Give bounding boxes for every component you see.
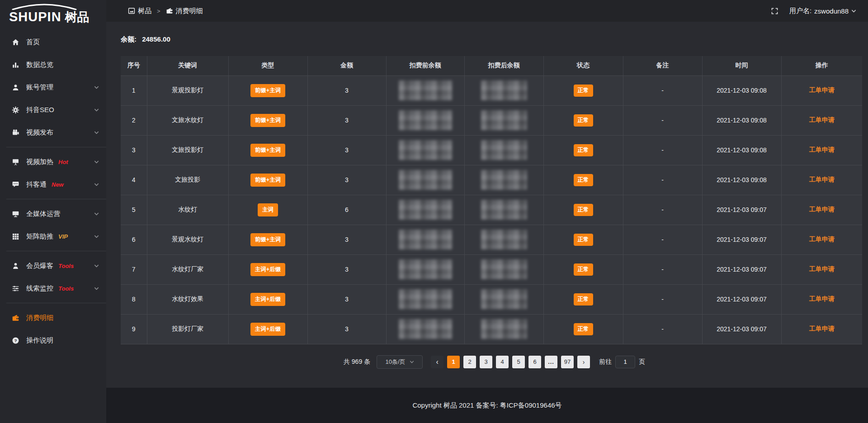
redacted-balance-before (399, 289, 452, 309)
menu-divider (6, 147, 106, 147)
status-badge: 正常 (574, 323, 593, 335)
sidebar-item-matrix-boost[interactable]: 矩阵助推VIP (0, 225, 106, 248)
cell-status: 正常 (543, 195, 623, 225)
chevron-down-icon (94, 108, 99, 113)
redacted-balance-after (481, 110, 527, 130)
work-order-link[interactable]: 工单申请 (809, 176, 835, 183)
work-order-link[interactable]: 工单申请 (809, 325, 835, 332)
sidebar-item-label: 数据总览 (26, 61, 53, 69)
type-badge: 主词+后缀 (250, 323, 285, 336)
sidebar-item-operation-guide[interactable]: ?操作说明 (0, 329, 106, 352)
page-button-4[interactable]: 4 (496, 356, 509, 368)
sidebar-menu: 首页数据总览账号管理抖音SEO视频发布视频加热Hot抖客通New全媒体运营矩阵助… (0, 31, 106, 352)
page-button-3[interactable]: 3 (480, 356, 492, 368)
cell-note: - (623, 225, 702, 254)
balance-label: 余额: (121, 35, 137, 43)
status-badge: 正常 (574, 293, 593, 306)
page-button-5[interactable]: 5 (512, 356, 525, 368)
work-order-link[interactable]: 工单申请 (809, 146, 835, 153)
breadcrumb-label: 树品 (138, 7, 151, 15)
username-value: zswodun88 (814, 7, 849, 15)
breadcrumb-item-app[interactable]: 树品 (128, 7, 151, 15)
chevron-down-icon (851, 9, 856, 14)
balance-value: 24856.00 (142, 35, 170, 43)
cell-balance-after (464, 105, 543, 135)
column-header: 类型 (228, 56, 307, 75)
cell-amount: 3 (307, 165, 386, 195)
more-pages-button[interactable]: ... (545, 356, 557, 368)
cell-balance-before (386, 75, 464, 105)
sliders-icon (12, 285, 20, 292)
goto-unit: 页 (639, 358, 645, 366)
work-order-link[interactable]: 工单申请 (809, 265, 835, 273)
work-order-link[interactable]: 工单申请 (809, 116, 835, 123)
cell-note: - (623, 135, 702, 165)
redacted-balance-after (481, 230, 527, 249)
sidebar-item-clue-monitor[interactable]: 线索监控Tools (0, 277, 106, 300)
cell-status: 正常 (543, 105, 623, 135)
breadcrumb-item-current[interactable]: 消费明细 (166, 7, 203, 15)
cell-status: 正常 (543, 284, 623, 314)
cell-action: 工单申请 (781, 284, 862, 314)
cell-index: 6 (121, 225, 147, 254)
cell-balance-before (386, 195, 464, 225)
sidebar-item-douyin-seo[interactable]: 抖音SEO (0, 99, 106, 121)
balance: 余额: 24856.00 (121, 35, 868, 44)
cell-keyword: 景观投影灯 (147, 75, 228, 105)
cell-index: 9 (121, 314, 147, 344)
cell-type: 前缀+主词 (228, 165, 307, 195)
cell-time: 2021-12-03 09:08 (702, 105, 781, 135)
cell-balance-after (464, 314, 543, 344)
work-order-link[interactable]: 工单申请 (809, 86, 835, 94)
wallet-icon (166, 7, 173, 14)
cell-time: 2021-12-03 09:07 (702, 254, 781, 284)
sidebar-item-video-heat[interactable]: 视频加热Hot (0, 150, 106, 173)
chevron-down-icon (94, 85, 99, 90)
redacted-balance-after (481, 289, 527, 309)
page-button-6[interactable]: 6 (528, 356, 541, 368)
prev-page-button[interactable]: ‹ (431, 356, 443, 368)
goto-page-input[interactable] (615, 356, 635, 368)
sidebar-item-consume-detail[interactable]: 消费明细 (0, 306, 106, 329)
sidebar-item-douketong[interactable]: 抖客通New (0, 173, 106, 196)
person-icon (12, 262, 20, 270)
total-count: 共 969 条 (344, 358, 370, 366)
column-header: 序号 (121, 56, 147, 75)
cell-type: 主词+后缀 (228, 314, 307, 344)
fullscreen-button[interactable] (771, 7, 778, 15)
menu-divider (6, 199, 106, 199)
sidebar-item-member-baoke[interactable]: 会员爆客Tools (0, 254, 106, 277)
redacted-balance-before (399, 200, 452, 220)
cell-action: 工单申请 (781, 314, 862, 344)
redacted-balance-after (481, 170, 527, 190)
page-button-97[interactable]: 97 (561, 356, 574, 368)
sidebar-item-label: 视频发布 (26, 128, 53, 137)
cell-type: 主词+后缀 (228, 254, 307, 284)
user-menu[interactable]: 用户名: zswodun88 (789, 7, 856, 15)
status-badge: 正常 (574, 85, 593, 97)
sidebar: SHUPIN 树品 首页数据总览账号管理抖音SEO视频发布视频加热Hot抖客通N… (0, 0, 106, 423)
sidebar-item-media-operation[interactable]: 全媒体运营 (0, 202, 106, 225)
sidebar-item-home[interactable]: 首页 (0, 31, 106, 53)
status-badge: 正常 (574, 204, 593, 216)
question-icon: ? (12, 337, 20, 344)
work-order-link[interactable]: 工单申请 (809, 295, 835, 302)
next-page-button[interactable]: › (577, 356, 590, 368)
work-order-link[interactable]: 工单申请 (809, 206, 835, 213)
page-buttons: 123456...97 (447, 356, 574, 368)
work-order-link[interactable]: 工单申请 (809, 235, 835, 243)
status-badge: 正常 (574, 263, 593, 276)
cell-balance-before (386, 135, 464, 165)
sidebar-item-data-overview[interactable]: 数据总览 (0, 53, 106, 76)
logo-cjk: 树品 (65, 9, 90, 25)
status-badge: 正常 (574, 234, 593, 246)
page-button-2[interactable]: 2 (463, 356, 476, 368)
page-size-select[interactable]: 10条/页 (377, 355, 423, 369)
page-button-1[interactable]: 1 (447, 356, 460, 368)
column-header: 备注 (623, 56, 702, 75)
sidebar-item-video-publish[interactable]: 视频发布 (0, 121, 106, 144)
chevron-down-icon (94, 212, 99, 216)
pagination: 共 969 条 10条/页 ‹ 123456...97 › 前往 页 (121, 355, 868, 369)
sidebar-item-account-manage[interactable]: 账号管理 (0, 76, 106, 99)
cell-status: 正常 (543, 165, 623, 195)
